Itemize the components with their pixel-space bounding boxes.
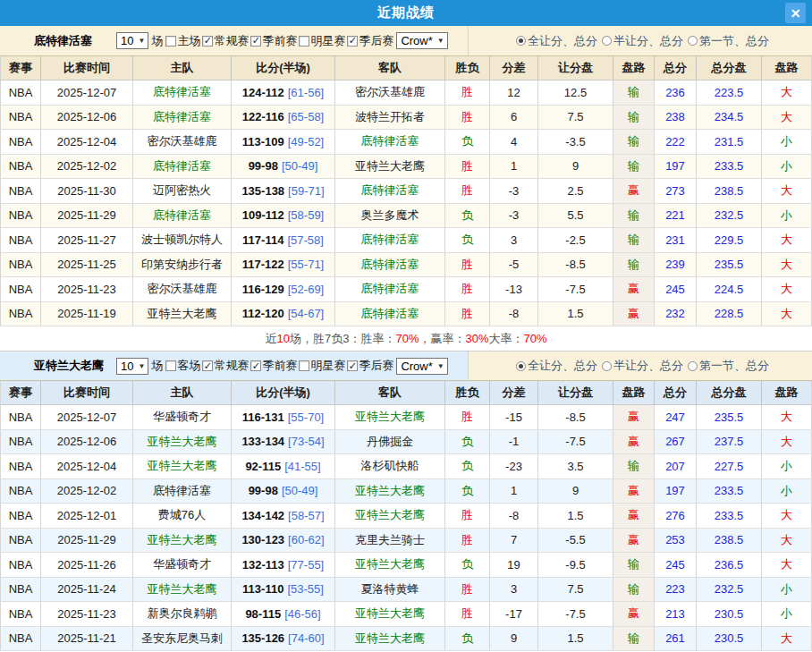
league-cell: NBA — [0, 627, 41, 651]
filter-checkbox[interactable]: ✓季后赛 — [345, 358, 393, 374]
filter-checkbox[interactable]: 明星赛 — [297, 33, 345, 49]
scope-radio[interactable]: 第一节、总分 — [688, 358, 769, 374]
home-team-cell: 印第安纳步行者 — [133, 253, 232, 277]
league-cell: NBA — [0, 228, 41, 252]
away-team-cell: 亚特兰大老鹰 — [335, 504, 445, 528]
scope-radio[interactable]: 半让分、总分 — [602, 358, 683, 374]
total-line-cell: 232.5 — [697, 578, 762, 602]
table-row: NBA2025-12-06亚特兰大老鹰133-134[73-54]丹佛掘金负-1… — [0, 430, 812, 455]
total-line-cell: 233.5 — [697, 155, 762, 179]
games-count-select[interactable]: 10 ▼ — [116, 32, 148, 49]
checkbox-label: 季前赛 — [262, 33, 297, 49]
handicap-line-cell: 2.5 — [538, 179, 613, 203]
home-team-cell: 底特律活塞 — [133, 155, 232, 179]
score-cell: 112-120[54-67] — [232, 302, 335, 326]
home-team-cell: 密尔沃基雄鹿 — [133, 277, 232, 301]
league-cell: NBA — [0, 302, 41, 326]
point-diff-cell: -3 — [490, 179, 538, 203]
result-cell: 负 — [445, 430, 490, 454]
home-team-cell: 亚特兰大老鹰 — [133, 454, 232, 478]
close-icon: ✕ — [791, 6, 801, 21]
total-points-cell: 247 — [655, 405, 697, 429]
handicap-line-cell: 1.5 — [538, 302, 613, 326]
filter-checkbox-group: 客场✓常规赛✓季前赛明星赛✓季后赛 — [164, 358, 393, 374]
away-team-cell: 底特律活塞 — [335, 179, 445, 203]
half-score: [55-70] — [288, 411, 324, 424]
date-cell: 2025-12-02 — [41, 155, 133, 179]
result-cell: 胜 — [445, 405, 490, 429]
half-score: [55-71] — [288, 258, 324, 271]
total-points-cell: 222 — [655, 130, 697, 154]
league-cell: NBA — [0, 602, 41, 626]
half-score: [65-58] — [288, 110, 324, 123]
total-points-cell: 276 — [655, 504, 697, 528]
scope-radio-group: 全让分、总分半让分、总分第一节、总分 — [468, 26, 812, 55]
dialog-title: 近期战绩 — [377, 4, 435, 21]
scope-radio[interactable]: 第一节、总分 — [688, 33, 769, 49]
checkbox-label: 季前赛 — [262, 358, 297, 374]
half-score: [77-55] — [288, 558, 324, 572]
odds-company-select[interactable]: Crow* ▼ — [396, 32, 447, 49]
date-cell: 2025-12-06 — [41, 430, 133, 454]
games-count-select[interactable]: 10 ▼ — [116, 358, 148, 375]
filter-checkbox[interactable]: ✓常规赛 — [200, 33, 249, 49]
total-points-cell: 231 — [655, 228, 697, 252]
filter-checkbox[interactable]: 明星赛 — [297, 358, 345, 374]
handicap-line-cell: 12.5 — [538, 80, 613, 105]
score-cell: 132-113[77-55] — [232, 553, 335, 577]
point-diff-cell: -17 — [490, 602, 538, 626]
point-diff-cell: 1 — [490, 155, 538, 179]
over-under-cell: 小 — [762, 578, 812, 602]
col-header-result: 胜负 — [445, 381, 490, 404]
score-cell: 134-142[58-57] — [232, 504, 335, 528]
total-points-cell: 197 — [655, 479, 697, 504]
close-button[interactable]: ✕ — [785, 3, 806, 23]
point-diff-cell: -13 — [490, 277, 538, 301]
handicap-line-cell: 1.5 — [538, 627, 613, 651]
handicap-line-cell: -7.5 — [538, 430, 613, 454]
over-under-cell: 大 — [762, 253, 812, 277]
half-score: [49-52] — [288, 135, 324, 148]
away-team-cell: 底特律活塞 — [335, 253, 445, 277]
filter-checkbox[interactable]: 主场 — [164, 33, 200, 49]
over-under-cell: 大 — [762, 529, 812, 553]
filter-checkbox[interactable]: ✓季前赛 — [249, 33, 297, 49]
date-cell: 2025-11-27 — [41, 228, 133, 252]
score-cell: 135-138[59-71] — [232, 179, 335, 203]
scope-radio[interactable]: 半让分、总分 — [602, 33, 683, 49]
half-score: [73-54] — [288, 435, 324, 448]
date-cell: 2025-12-06 — [41, 106, 133, 130]
home-team-cell: 底特律活塞 — [133, 80, 232, 105]
handicap-line-cell: -8.5 — [538, 253, 613, 277]
handicap-line-cell: -3.5 — [538, 130, 613, 154]
handicap-result-cell: 输 — [613, 553, 655, 577]
date-cell: 2025-12-04 — [41, 454, 133, 478]
col-header-handicap: 让分盘 — [538, 56, 613, 80]
handicap-result-cell: 输 — [613, 204, 655, 228]
handicap-line-cell: 9 — [538, 479, 613, 504]
filter-bar-pistons: 底特律活塞 10 ▼ 场 主场✓常规赛✓季前赛明星赛✓季后赛 Crow* ▼ 全… — [0, 26, 812, 55]
col-header-home: 主队 — [133, 381, 232, 404]
filter-checkbox[interactable]: ✓季后赛 — [345, 33, 393, 49]
away-team-cell: 底特律活塞 — [335, 228, 445, 252]
total-line-cell: 224.5 — [697, 277, 762, 301]
handicap-result-cell: 赢 — [613, 405, 655, 429]
table-row: NBA2025-12-02底特律活塞99-98[50-49]亚特兰大老鹰胜19输… — [0, 155, 812, 180]
total-points-cell: 238 — [655, 106, 697, 130]
result-cell: 负 — [445, 553, 490, 577]
half-score: [60-62] — [288, 533, 324, 546]
result-cell: 负 — [445, 204, 490, 228]
filter-controls: 亚特兰大老鹰 10 ▼ 场 客场✓常规赛✓季前赛明星赛✓季后赛 Crow* ▼ — [0, 351, 468, 380]
filter-checkbox[interactable]: 客场 — [164, 358, 200, 374]
filter-checkbox[interactable]: ✓常规赛 — [200, 358, 249, 374]
filter-checkbox[interactable]: ✓季前赛 — [249, 358, 297, 374]
total-line-cell: 236.5 — [697, 553, 762, 577]
scope-radio[interactable]: 全让分、总分 — [516, 358, 597, 374]
total-points-cell: 197 — [655, 155, 697, 179]
point-diff-cell: 19 — [490, 553, 538, 577]
radio-icon — [602, 361, 612, 371]
scope-radio[interactable]: 全让分、总分 — [516, 33, 597, 49]
final-score: 113-109 — [242, 135, 284, 148]
league-cell: NBA — [0, 80, 41, 105]
odds-company-select[interactable]: Crow* ▼ — [396, 358, 447, 375]
